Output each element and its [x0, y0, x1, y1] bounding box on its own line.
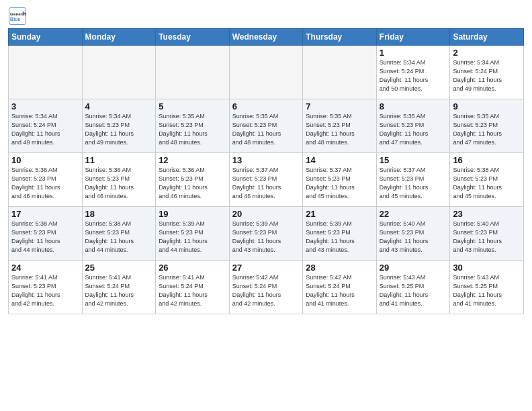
- day-info: Sunrise: 5:36 AM Sunset: 5:23 PM Dayligh…: [85, 166, 153, 201]
- calendar-cell: 12Sunrise: 5:36 AM Sunset: 5:23 PM Dayli…: [156, 153, 230, 207]
- day-number: 20: [232, 209, 300, 219]
- calendar-cell: 1Sunrise: 5:34 AM Sunset: 5:24 PM Daylig…: [376, 46, 450, 99]
- calendar-cell: 27Sunrise: 5:42 AM Sunset: 5:24 PM Dayli…: [229, 261, 303, 314]
- calendar-table: SundayMondayTuesdayWednesdayThursdayFrid…: [8, 28, 524, 314]
- week-row-3: 10Sunrise: 5:36 AM Sunset: 5:23 PM Dayli…: [9, 153, 524, 207]
- calendar-cell: [229, 46, 303, 99]
- calendar-cell: 23Sunrise: 5:40 AM Sunset: 5:23 PM Dayli…: [450, 207, 524, 261]
- col-header-sunday: Sunday: [9, 29, 83, 46]
- day-info: Sunrise: 5:41 AM Sunset: 5:24 PM Dayligh…: [85, 273, 153, 308]
- week-row-2: 3Sunrise: 5:34 AM Sunset: 5:24 PM Daylig…: [9, 99, 524, 153]
- day-info: Sunrise: 5:39 AM Sunset: 5:23 PM Dayligh…: [232, 220, 300, 255]
- day-info: Sunrise: 5:42 AM Sunset: 5:24 PM Dayligh…: [232, 273, 300, 308]
- col-header-saturday: Saturday: [450, 29, 524, 46]
- day-number: 16: [453, 155, 521, 165]
- day-info: Sunrise: 5:34 AM Sunset: 5:24 PM Dayligh…: [11, 112, 79, 147]
- col-header-monday: Monday: [82, 29, 156, 46]
- day-number: 29: [380, 263, 447, 273]
- day-info: Sunrise: 5:37 AM Sunset: 5:23 PM Dayligh…: [306, 166, 373, 201]
- calendar-cell: 25Sunrise: 5:41 AM Sunset: 5:24 PM Dayli…: [82, 261, 156, 314]
- calendar-cell: 18Sunrise: 5:38 AM Sunset: 5:23 PM Dayli…: [82, 207, 156, 261]
- day-number: 19: [159, 209, 226, 219]
- calendar-cell: 30Sunrise: 5:43 AM Sunset: 5:25 PM Dayli…: [450, 261, 524, 314]
- day-info: Sunrise: 5:35 AM Sunset: 5:23 PM Dayligh…: [380, 112, 447, 147]
- day-number: 4: [85, 101, 153, 111]
- main-container: General Blue SundayMondayTuesdayWednesda…: [0, 0, 532, 320]
- calendar-cell: 16Sunrise: 5:38 AM Sunset: 5:23 PM Dayli…: [450, 153, 524, 207]
- day-number: 24: [11, 263, 79, 273]
- day-number: 28: [306, 263, 373, 273]
- day-number: 27: [232, 263, 300, 273]
- calendar-cell: 26Sunrise: 5:41 AM Sunset: 5:24 PM Dayli…: [156, 261, 230, 314]
- day-number: 22: [380, 209, 447, 219]
- day-info: Sunrise: 5:34 AM Sunset: 5:24 PM Dayligh…: [453, 58, 521, 93]
- day-info: Sunrise: 5:35 AM Sunset: 5:23 PM Dayligh…: [159, 112, 226, 147]
- day-number: 2: [453, 48, 521, 58]
- calendar-cell: 5Sunrise: 5:35 AM Sunset: 5:23 PM Daylig…: [156, 99, 230, 153]
- calendar-cell: 24Sunrise: 5:41 AM Sunset: 5:23 PM Dayli…: [9, 261, 83, 314]
- day-number: 21: [306, 209, 373, 219]
- col-header-thursday: Thursday: [303, 29, 377, 46]
- day-number: 5: [159, 101, 226, 111]
- day-number: 25: [85, 263, 153, 273]
- day-number: 9: [453, 101, 521, 111]
- day-number: 8: [380, 101, 447, 111]
- logo-icon: General Blue: [8, 7, 27, 26]
- day-info: Sunrise: 5:34 AM Sunset: 5:23 PM Dayligh…: [85, 112, 153, 147]
- day-number: 3: [11, 101, 79, 111]
- calendar-cell: 13Sunrise: 5:37 AM Sunset: 5:23 PM Dayli…: [229, 153, 303, 207]
- calendar-cell: [156, 46, 230, 99]
- day-number: 7: [306, 101, 373, 111]
- calendar-cell: 14Sunrise: 5:37 AM Sunset: 5:23 PM Dayli…: [303, 153, 377, 207]
- calendar-cell: 21Sunrise: 5:39 AM Sunset: 5:23 PM Dayli…: [303, 207, 377, 261]
- day-info: Sunrise: 5:37 AM Sunset: 5:23 PM Dayligh…: [232, 166, 300, 201]
- calendar-cell: [303, 46, 377, 99]
- calendar-cell: 3Sunrise: 5:34 AM Sunset: 5:24 PM Daylig…: [9, 99, 83, 153]
- day-number: 17: [11, 209, 79, 219]
- calendar-cell: 29Sunrise: 5:43 AM Sunset: 5:25 PM Dayli…: [376, 261, 450, 314]
- day-info: Sunrise: 5:35 AM Sunset: 5:23 PM Dayligh…: [232, 112, 300, 147]
- calendar-cell: 4Sunrise: 5:34 AM Sunset: 5:23 PM Daylig…: [82, 99, 156, 153]
- calendar-cell: 22Sunrise: 5:40 AM Sunset: 5:23 PM Dayli…: [376, 207, 450, 261]
- calendar-cell: 19Sunrise: 5:39 AM Sunset: 5:23 PM Dayli…: [156, 207, 230, 261]
- calendar-cell: 10Sunrise: 5:36 AM Sunset: 5:23 PM Dayli…: [9, 153, 83, 207]
- day-info: Sunrise: 5:35 AM Sunset: 5:23 PM Dayligh…: [306, 112, 373, 147]
- day-info: Sunrise: 5:38 AM Sunset: 5:23 PM Dayligh…: [11, 220, 79, 255]
- day-number: 1: [380, 48, 447, 58]
- day-info: Sunrise: 5:34 AM Sunset: 5:24 PM Dayligh…: [380, 58, 447, 93]
- day-number: 15: [380, 155, 447, 165]
- svg-text:Blue: Blue: [10, 17, 20, 21]
- week-row-4: 17Sunrise: 5:38 AM Sunset: 5:23 PM Dayli…: [9, 207, 524, 261]
- calendar-cell: [82, 46, 156, 99]
- day-info: Sunrise: 5:38 AM Sunset: 5:23 PM Dayligh…: [453, 166, 521, 201]
- col-header-wednesday: Wednesday: [229, 29, 303, 46]
- day-info: Sunrise: 5:41 AM Sunset: 5:23 PM Dayligh…: [11, 273, 79, 308]
- day-info: Sunrise: 5:40 AM Sunset: 5:23 PM Dayligh…: [453, 220, 521, 255]
- day-info: Sunrise: 5:41 AM Sunset: 5:24 PM Dayligh…: [159, 273, 226, 308]
- calendar-cell: 6Sunrise: 5:35 AM Sunset: 5:23 PM Daylig…: [229, 99, 303, 153]
- day-number: 11: [85, 155, 153, 165]
- day-info: Sunrise: 5:37 AM Sunset: 5:23 PM Dayligh…: [380, 166, 447, 201]
- calendar-cell: 20Sunrise: 5:39 AM Sunset: 5:23 PM Dayli…: [229, 207, 303, 261]
- day-number: 30: [453, 263, 521, 273]
- day-number: 12: [159, 155, 226, 165]
- day-number: 23: [453, 209, 521, 219]
- day-info: Sunrise: 5:43 AM Sunset: 5:25 PM Dayligh…: [380, 273, 447, 308]
- calendar-cell: 15Sunrise: 5:37 AM Sunset: 5:23 PM Dayli…: [376, 153, 450, 207]
- day-number: 6: [232, 101, 300, 111]
- day-number: 10: [11, 155, 79, 165]
- calendar-cell: 8Sunrise: 5:35 AM Sunset: 5:23 PM Daylig…: [376, 99, 450, 153]
- day-info: Sunrise: 5:40 AM Sunset: 5:23 PM Dayligh…: [380, 220, 447, 255]
- logo: General Blue: [8, 7, 30, 26]
- calendar-cell: 2Sunrise: 5:34 AM Sunset: 5:24 PM Daylig…: [450, 46, 524, 99]
- day-info: Sunrise: 5:38 AM Sunset: 5:23 PM Dayligh…: [85, 220, 153, 255]
- calendar-cell: 9Sunrise: 5:35 AM Sunset: 5:23 PM Daylig…: [450, 99, 524, 153]
- day-info: Sunrise: 5:35 AM Sunset: 5:23 PM Dayligh…: [453, 112, 521, 147]
- day-info: Sunrise: 5:42 AM Sunset: 5:24 PM Dayligh…: [306, 273, 373, 308]
- week-row-1: 1Sunrise: 5:34 AM Sunset: 5:24 PM Daylig…: [9, 46, 524, 99]
- calendar-cell: [9, 46, 83, 99]
- col-header-friday: Friday: [376, 29, 450, 46]
- calendar-cell: 28Sunrise: 5:42 AM Sunset: 5:24 PM Dayli…: [303, 261, 377, 314]
- day-number: 18: [85, 209, 153, 219]
- day-info: Sunrise: 5:36 AM Sunset: 5:23 PM Dayligh…: [11, 166, 79, 201]
